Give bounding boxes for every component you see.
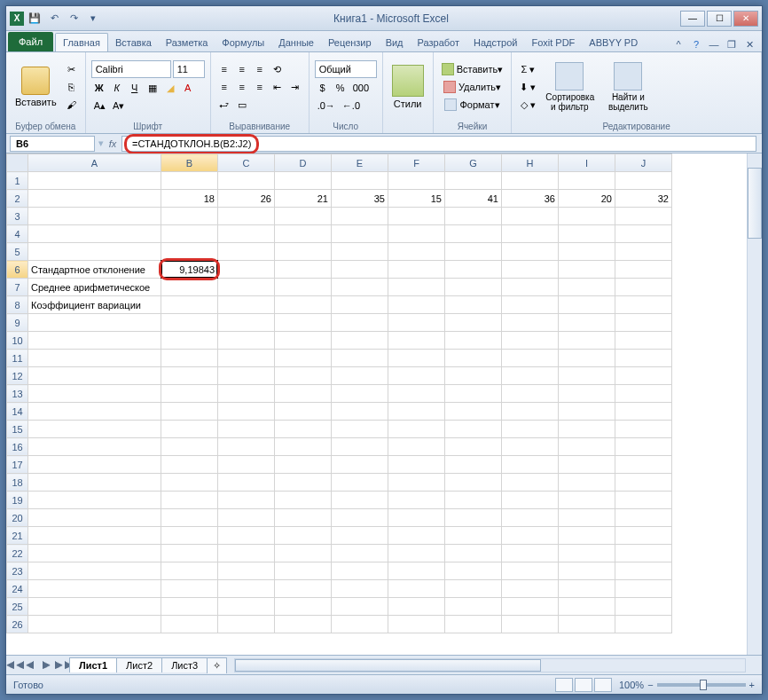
col-header-a[interactable]: A [28, 154, 161, 172]
row-header[interactable]: 7 [7, 279, 28, 296]
number-format-combo[interactable]: Общий [315, 60, 377, 78]
maximize-button[interactable]: ☐ [707, 11, 732, 27]
mdi-close-icon[interactable]: ✕ [742, 37, 756, 51]
row-header[interactable]: 18 [7, 474, 28, 492]
underline-button[interactable]: Ч [127, 80, 143, 96]
qat-undo-icon[interactable]: ↶ [45, 10, 63, 28]
prev-sheet-button[interactable]: ⯇ [22, 660, 38, 671]
row-header[interactable]: 6 [7, 261, 28, 279]
fx-button[interactable]: fx [104, 138, 121, 149]
insert-cells-button[interactable]: Вставить ▾ [439, 61, 506, 77]
next-sheet-button[interactable]: ⯈ [38, 660, 54, 671]
cell[interactable]: 18 [161, 190, 218, 208]
find-select-button[interactable]: Найти и выделить [600, 60, 655, 114]
sheet-tab-3[interactable]: Лист3 [161, 657, 208, 672]
qat-save-icon[interactable]: 💾 [26, 10, 43, 28]
decrease-font-button[interactable]: A▾ [110, 98, 127, 114]
row-header[interactable]: 5 [7, 243, 28, 261]
tab-layout[interactable]: Разметка [159, 34, 216, 51]
col-header-j[interactable]: J [615, 154, 672, 172]
page-break-view-button[interactable] [594, 678, 612, 692]
format-cells-button[interactable]: Формат ▾ [439, 97, 506, 113]
align-center-button[interactable]: ≡ [234, 79, 250, 95]
font-color-button[interactable]: A [180, 80, 196, 96]
increase-indent-button[interactable]: ⇥ [287, 79, 303, 95]
cell[interactable]: 21 [275, 190, 332, 208]
row-header[interactable]: 16 [7, 438, 28, 456]
percent-button[interactable]: % [333, 80, 349, 96]
zoom-in-button[interactable]: + [749, 680, 755, 690]
currency-button[interactable]: $ [315, 80, 331, 96]
cell[interactable]: 36 [502, 190, 559, 208]
col-header-i[interactable]: I [559, 154, 615, 172]
close-button[interactable]: ✕ [733, 11, 758, 27]
hscroll-thumb[interactable] [235, 659, 541, 672]
decrease-decimal-button[interactable]: ←.0 [340, 98, 363, 114]
cell-b6[interactable]: 9,19843 [161, 261, 218, 279]
tab-view[interactable]: Вид [379, 34, 411, 51]
vertical-scrollbar[interactable] [747, 153, 762, 655]
zoom-level[interactable]: 100% [619, 680, 644, 690]
cell[interactable]: 35 [332, 190, 388, 208]
fill-color-button[interactable]: ◢ [162, 80, 178, 96]
col-header-d[interactable]: D [275, 154, 332, 172]
align-bottom-button[interactable]: ≡ [252, 61, 268, 77]
merge-button[interactable]: ▭ [234, 97, 250, 113]
help-icon[interactable]: ? [689, 37, 703, 51]
zoom-thumb[interactable] [700, 680, 707, 690]
align-top-button[interactable]: ≡ [216, 61, 232, 77]
col-header-f[interactable]: F [388, 154, 445, 172]
last-sheet-button[interactable]: ⯈⯈ [54, 660, 70, 671]
sheet-tab-1[interactable]: Лист1 [69, 657, 117, 672]
tab-developer[interactable]: Разработ [411, 34, 466, 51]
tab-addins[interactable]: Надстрой [466, 34, 524, 51]
increase-font-button[interactable]: A▴ [91, 98, 108, 114]
cell[interactable]: 15 [388, 190, 445, 208]
row-header[interactable]: 21 [7, 527, 28, 545]
col-header-g[interactable]: G [445, 154, 502, 172]
copy-button[interactable]: ⎘ [64, 79, 80, 95]
col-header-e[interactable]: E [332, 154, 388, 172]
col-header-b[interactable]: B [161, 154, 218, 172]
cell[interactable]: Стандартное отклонение [28, 261, 161, 279]
align-right-button[interactable]: ≡ [252, 79, 268, 95]
row-header[interactable]: 3 [7, 208, 28, 225]
row-header[interactable]: 9 [7, 314, 28, 332]
font-size-combo[interactable]: 11 [173, 60, 205, 78]
fill-button[interactable]: ⬇ ▾ [517, 79, 538, 95]
row-header[interactable]: 11 [7, 350, 28, 367]
row-header[interactable]: 25 [7, 598, 28, 616]
row-header[interactable]: 4 [7, 225, 28, 243]
tab-home[interactable]: Главная [55, 33, 108, 51]
cell[interactable]: 32 [615, 190, 672, 208]
wrap-text-button[interactable]: ⮐ [216, 97, 232, 113]
italic-button[interactable]: К [109, 80, 125, 96]
cell[interactable]: 41 [445, 190, 502, 208]
col-header-h[interactable]: H [502, 154, 559, 172]
tab-review[interactable]: Рецензир [321, 34, 379, 51]
row-header[interactable]: 20 [7, 509, 28, 527]
row-header[interactable]: 10 [7, 332, 28, 350]
horizontal-scrollbar[interactable] [234, 658, 746, 672]
tab-formulas[interactable]: Формулы [215, 34, 271, 51]
vscroll-thumb[interactable] [748, 168, 762, 239]
sheet-tab-2[interactable]: Лист2 [116, 657, 162, 672]
select-all-corner[interactable] [7, 154, 28, 172]
row-header[interactable]: 14 [7, 403, 28, 421]
row-header[interactable]: 12 [7, 367, 28, 385]
file-tab[interactable]: Файл [8, 32, 53, 51]
clear-button[interactable]: ◇ ▾ [517, 97, 538, 113]
zoom-slider[interactable] [657, 683, 746, 687]
row-header[interactable]: 23 [7, 562, 28, 580]
qat-customize-icon[interactable]: ▾ [84, 10, 102, 28]
sort-filter-button[interactable]: Сортировка и фильтр [542, 60, 597, 114]
row-header[interactable]: 13 [7, 385, 28, 403]
bold-button[interactable]: Ж [91, 80, 107, 96]
align-left-button[interactable]: ≡ [216, 79, 232, 95]
normal-view-button[interactable] [555, 678, 573, 692]
name-box[interactable]: B6 [10, 136, 95, 152]
cell[interactable]: 20 [559, 190, 615, 208]
orientation-button[interactable]: ⟲ [270, 61, 286, 77]
zoom-out-button[interactable]: − [647, 680, 653, 690]
row-header[interactable]: 1 [7, 172, 28, 190]
